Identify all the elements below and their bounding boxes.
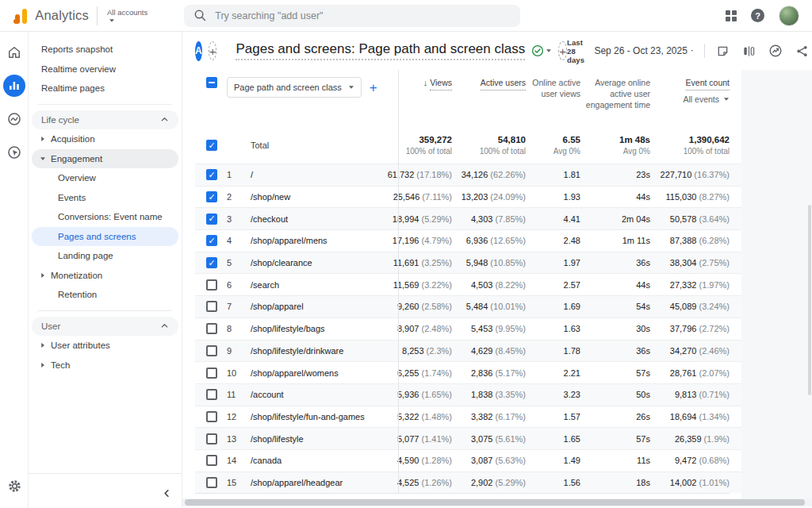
event-count-cell: 9,813(0.71%) [650, 384, 730, 406]
sidebar-item-overview[interactable]: Overview [32, 168, 178, 188]
metric-value: 38,304 [670, 258, 697, 267]
report-status-dropdown[interactable] [531, 44, 552, 57]
vertical-scrollbar-thumb[interactable] [808, 205, 811, 395]
sidebar-item-monetization[interactable]: Monetization [32, 266, 178, 286]
row-checkbox[interactable] [206, 301, 217, 312]
admin-settings-icon[interactable] [3, 475, 25, 497]
row-checkbox[interactable]: ✓ [206, 214, 217, 225]
metric-value: 14,002 [670, 478, 697, 487]
user-avatar[interactable] [779, 6, 799, 26]
collapse-section-icon[interactable] [160, 115, 169, 124]
column-header-event-count[interactable]: Event count All events [650, 77, 730, 105]
engagement-time-cell: 26s [580, 406, 650, 428]
row-checkbox[interactable] [206, 323, 217, 334]
row-checkbox[interactable] [206, 279, 217, 291]
sidebar-item-events[interactable]: Events [32, 188, 178, 208]
sidebar-item-realtime-pages[interactable]: Realtime pages [32, 79, 178, 98]
views-cell: 8,907(2.48%) [385, 318, 452, 340]
online-views-cell: 1.93 [526, 187, 580, 208]
horizontal-scrollbar-thumb[interactable] [185, 499, 805, 506]
sidebar-item-engagement[interactable]: Engagement [32, 149, 178, 169]
select-all-checkbox[interactable] [206, 77, 217, 88]
row-checkbox[interactable]: ✓ [206, 257, 217, 268]
metric-value: 17,196 [393, 236, 419, 245]
expanded-arrow-icon[interactable] [36, 156, 49, 162]
property-avatar[interactable]: A [195, 41, 202, 61]
sidebar-item-realtime-overview[interactable]: Realtime overview [32, 60, 178, 79]
metric-percent: (3.25%) [421, 258, 452, 267]
collapsed-arrow-icon[interactable] [36, 362, 49, 368]
collapsed-arrow-icon[interactable] [36, 136, 49, 142]
metric-percent: (1.26%) [421, 478, 452, 487]
column-header-avg-engagement-time[interactable]: Average online active user engagement ti… [580, 77, 650, 111]
sidebar-item-tech[interactable]: Tech [32, 356, 178, 375]
advertising-icon[interactable] [3, 141, 25, 164]
event-filter-dropdown[interactable]: All events [683, 94, 730, 105]
row-checkbox[interactable]: ✓ [206, 191, 217, 202]
collapsed-arrow-icon[interactable] [36, 342, 49, 348]
metric-percent: (2.72%) [699, 324, 730, 333]
sidebar-item-user-attributes[interactable]: User attributes [32, 336, 178, 356]
collapsed-arrow-icon[interactable] [36, 272, 49, 279]
row-checkbox[interactable]: ✓ [206, 235, 217, 246]
reports-icon[interactable] [3, 75, 25, 97]
row-checkbox[interactable] [206, 477, 217, 488]
sidebar-section-life-cycle[interactable]: Life cycle [32, 110, 178, 130]
metric-value: 1.57 [564, 412, 580, 421]
metric-percent: (6.17%) [495, 412, 526, 421]
row-index: 13 [227, 428, 251, 449]
metric-percent: (1.74%) [421, 368, 452, 378]
share-icon[interactable] [795, 44, 809, 58]
event-count-cell: 227,710(16.37%) [650, 164, 730, 186]
row-checkbox[interactable] [206, 345, 217, 356]
column-header-views[interactable]: ↓ Views [385, 77, 452, 90]
row-checkbox[interactable] [206, 368, 217, 379]
checkbox-cell: ✓ [195, 164, 227, 186]
sidebar-item-reports-snapshot[interactable]: Reports snapshot [32, 40, 178, 60]
sidebar-item-landing-page[interactable]: Landing page [32, 246, 178, 266]
add-note-icon[interactable] [716, 44, 730, 58]
row-checkbox[interactable]: ✓ [206, 169, 217, 180]
row-checkbox[interactable] [206, 389, 217, 400]
edit-comparisons-icon[interactable] [742, 44, 756, 58]
views-cell: 18,994(5.29%) [385, 208, 452, 229]
help-icon[interactable]: ? [751, 9, 764, 22]
explore-icon[interactable] [3, 108, 25, 130]
check-icon: ✓ [208, 214, 215, 223]
sidebar-item-retention[interactable]: Retention [32, 285, 178, 305]
insights-icon[interactable] [768, 44, 783, 58]
google-apps-grid-icon[interactable] [726, 10, 737, 21]
sidebar-item-conversions-event-name[interactable]: Conversions: Event name [32, 207, 178, 227]
row-index: 3 [227, 208, 251, 229]
analytics-home-link[interactable]: Analytics [0, 8, 89, 24]
collapse-section-icon[interactable] [160, 321, 169, 330]
brand-name: Analytics [35, 8, 89, 23]
add-comparison-button[interactable]: + [209, 41, 217, 60]
horizontal-scrollbar[interactable] [182, 498, 812, 506]
column-header-active-users[interactable]: Active users [452, 77, 526, 90]
sidebar-section-user[interactable]: User [32, 317, 178, 337]
row-checkbox[interactable] [206, 433, 217, 444]
dimension-selector[interactable]: Page path and screen class [227, 77, 362, 98]
checkbox-cell [195, 384, 227, 406]
sidebar-item-acquisition[interactable]: Acquisition [32, 129, 178, 149]
row-checkbox[interactable] [206, 455, 217, 466]
search-input[interactable]: Try searching "add user" [184, 5, 520, 27]
sidebar-divider [38, 310, 172, 311]
column-header-online-active-user-views[interactable]: Online active user views [526, 77, 580, 99]
add-dimension-button[interactable]: + [370, 81, 377, 94]
page-path-cell: /checkout [251, 208, 385, 229]
account-switcher[interactable]: All accounts [107, 8, 147, 22]
report-title[interactable]: Pages and screens: Page path and screen … [236, 41, 525, 60]
sidebar-item-pages-and-screens[interactable]: Pages and screens [32, 227, 178, 247]
date-range-picker[interactable]: Sep 26 - Oct 23, 2025 [594, 45, 687, 56]
metric-value: 50s [636, 390, 650, 399]
add-report-button[interactable]: + [558, 41, 567, 60]
metric-percent: (1.65%) [421, 390, 452, 399]
active-users-cell: 3,087(5.63%) [452, 450, 526, 471]
row-checkbox[interactable] [206, 411, 217, 422]
collapse-sidebar-icon[interactable] [162, 488, 172, 498]
online-views-cell: 1.97 [526, 252, 580, 274]
home-icon[interactable] [3, 41, 25, 64]
total-row-checkbox[interactable]: ✓ [206, 140, 217, 151]
